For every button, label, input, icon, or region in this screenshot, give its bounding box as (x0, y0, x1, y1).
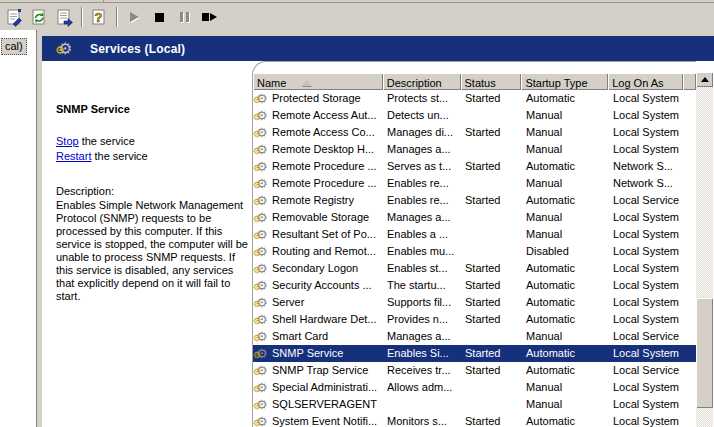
stop-service-link[interactable]: Stop (56, 135, 79, 147)
service-logon-cell: Local Service (609, 192, 684, 209)
tree-item-services-local[interactable]: cal) (1, 38, 27, 55)
scrollbar-thumb[interactable] (696, 298, 713, 408)
service-status-cell: Started (461, 413, 522, 427)
table-row[interactable]: Routing and Remot... Enables mu... Disab… (253, 243, 696, 260)
service-status-cell (461, 328, 522, 345)
service-description-cell: Monitors s... (383, 413, 461, 427)
service-description-cell: Enables re... (383, 175, 461, 192)
restart-service-link[interactable]: Restart (56, 150, 91, 162)
pause-service-icon[interactable] (172, 5, 197, 29)
column-header-status[interactable]: Status (461, 73, 522, 90)
table-row[interactable]: Remote Procedure ... Serves as t... Star… (253, 158, 696, 175)
service-description-cell: Receives tr... (383, 362, 461, 379)
service-name-cell: SNMP Service (253, 345, 383, 362)
table-row[interactable]: Shell Hardware Det... Provides n... Star… (253, 311, 696, 328)
service-startup-cell: Disabled (522, 243, 609, 260)
table-row[interactable]: Remote Access Aut... Detects un... Manua… (253, 107, 696, 124)
table-row[interactable]: Security Accounts ... The startu... Star… (253, 277, 696, 294)
service-gear-icon (254, 227, 270, 243)
table-row[interactable]: Server Supports fil... Started Automatic… (253, 294, 696, 311)
services-banner: Services (Local) (42, 36, 714, 61)
column-header-startup-type[interactable]: Startup Type (521, 73, 608, 90)
stop-service-line: Stop the service (56, 135, 135, 147)
service-logon-cell: Local System (609, 141, 684, 158)
up-arrow-icon (701, 77, 709, 82)
stop-service-suffix: the service (79, 135, 135, 147)
start-service-icon[interactable] (122, 5, 147, 29)
table-row[interactable]: Remote Procedure ... Enables re... Manua… (253, 175, 696, 192)
service-status-cell: Started (461, 124, 522, 141)
service-description-cell: Supports fil... (383, 294, 461, 311)
table-row[interactable]: Remote Access Co... Manages di... Starte… (253, 124, 696, 141)
menu-bar-separator (103, 0, 104, 3)
service-logon-cell: Local System (609, 311, 684, 328)
service-startup-cell: Manual (522, 226, 609, 243)
list-header-row: Name Description Status Startup Type Log… (253, 73, 696, 90)
service-logon-cell: Network S... (609, 175, 684, 192)
service-logon-cell: Local System (609, 396, 684, 413)
table-row[interactable]: Protected Storage Protects st... Started… (253, 90, 696, 107)
service-status-cell: Started (461, 260, 522, 277)
restart-service-icon[interactable] (197, 5, 222, 29)
service-status-cell: Started (461, 158, 522, 175)
restart-glyph (202, 13, 217, 21)
service-startup-cell: Manual (522, 209, 609, 226)
svg-text:?: ? (95, 9, 103, 24)
service-name-cell: SQLSERVERAGENT (253, 396, 383, 413)
table-row[interactable]: SNMP Service Enables Si... Started Autom… (253, 345, 696, 362)
service-startup-cell: Manual (522, 396, 609, 413)
service-description-cell: Enables st... (383, 260, 461, 277)
service-name-cell: Shell Hardware Det... (253, 311, 383, 328)
table-row[interactable]: System Event Notifi... Monitors s... Sta… (253, 413, 696, 427)
service-logon-cell: Network S... (609, 158, 684, 175)
service-gear-icon (254, 363, 270, 379)
scrollbar-track[interactable] (696, 87, 713, 427)
table-row[interactable]: Special Administrati... Allows adm... Ma… (253, 379, 696, 396)
service-status-cell (461, 141, 522, 158)
service-startup-cell: Manual (522, 124, 609, 141)
table-row[interactable]: SNMP Trap Service Receives tr... Started… (253, 362, 696, 379)
service-gear-icon (254, 414, 270, 427)
column-header-name[interactable]: Name (253, 73, 383, 90)
refresh-icon[interactable] (27, 5, 52, 29)
service-logon-cell: Local System (609, 107, 684, 124)
service-startup-cell: Automatic (522, 311, 609, 328)
service-name-cell: Remote Access Aut... (253, 107, 383, 124)
table-row[interactable]: Secondary Logon Enables st... Started Au… (253, 260, 696, 277)
service-status-cell: Started (461, 311, 522, 328)
column-header-description[interactable]: Description (383, 73, 461, 90)
service-name-cell: Protected Storage (253, 90, 383, 107)
service-description-cell: Manages a... (383, 328, 461, 345)
service-name-cell: Routing and Remot... (253, 243, 383, 260)
table-row[interactable]: SQLSERVERAGENT Manual Local System (253, 396, 696, 413)
help-icon[interactable]: ? (87, 5, 112, 29)
service-description-cell (383, 396, 461, 413)
scroll-up-button[interactable] (696, 72, 713, 87)
service-startup-cell: Manual (522, 379, 609, 396)
service-startup-cell: Manual (522, 175, 609, 192)
service-status-cell: Started (461, 294, 522, 311)
service-startup-cell: Automatic (522, 413, 609, 427)
table-row[interactable]: Smart Card Manages a... Manual Local Ser… (253, 328, 696, 345)
service-description-cell: Manages di... (383, 124, 461, 141)
vertical-scrollbar[interactable] (696, 72, 713, 427)
service-name-cell: Remote Desktop H... (253, 141, 383, 158)
service-startup-cell: Automatic (522, 294, 609, 311)
export-list-icon[interactable] (52, 5, 77, 29)
service-gear-icon (254, 159, 270, 175)
stop-service-icon[interactable] (147, 5, 172, 29)
description-label: Description: (56, 185, 114, 197)
service-status-cell (461, 226, 522, 243)
service-name-cell: System Event Notifi... (253, 413, 383, 427)
services-gear-icon (56, 40, 76, 58)
service-name-cell: Remote Access Co... (253, 124, 383, 141)
table-row[interactable]: Remote Desktop H... Manages a... Manual … (253, 141, 696, 158)
table-row[interactable]: Removable Storage Manages a... Manual Lo… (253, 209, 696, 226)
service-status-cell: Started (461, 192, 522, 209)
service-gear-icon (254, 397, 270, 413)
properties-icon[interactable] (2, 5, 27, 29)
table-row[interactable]: Resultant Set of Po... Enables a ... Man… (253, 226, 696, 243)
table-row[interactable]: Remote Registry Enables re... Started Au… (253, 192, 696, 209)
service-description-cell: Detects un... (383, 107, 461, 124)
column-header-log-on-as[interactable]: Log On As (608, 73, 683, 90)
